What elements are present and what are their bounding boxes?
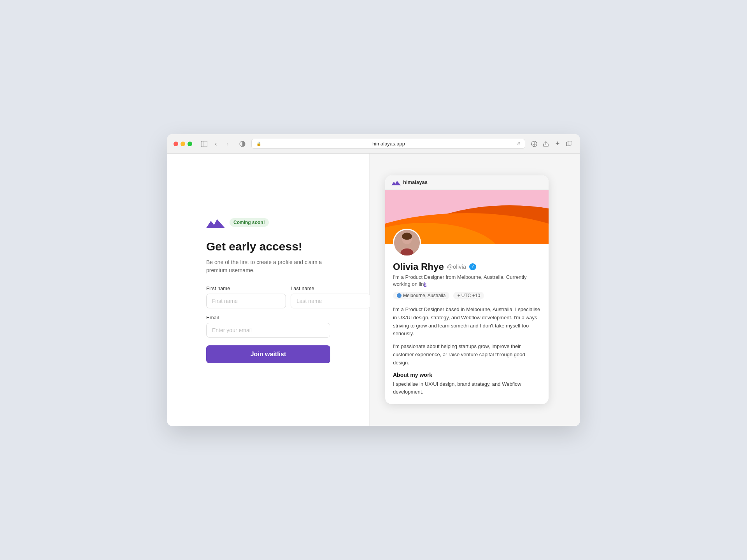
close-button[interactable] [174, 142, 178, 146]
himalayas-logo [206, 216, 225, 229]
profile-handle: @olivia [447, 263, 466, 270]
profile-name: Olivia Rhye [393, 261, 444, 272]
address-bar[interactable]: 🔒 himalayas.app ↺ [251, 139, 525, 149]
last-name-label: Last name [291, 285, 370, 291]
first-name-label: First name [206, 285, 286, 291]
profile-himalayas-icon [391, 179, 401, 186]
profile-avatar-area [385, 229, 549, 257]
url-text: himalayas.app [263, 141, 514, 147]
svg-rect-6 [568, 141, 572, 145]
profile-card: himalayas [385, 175, 549, 404]
profile-avatar [393, 229, 421, 257]
downloads-button[interactable] [530, 140, 538, 148]
first-name-group: First name [206, 285, 286, 308]
logo-area: Coming soon! [206, 216, 330, 229]
profile-app-name: himalayas [403, 179, 428, 185]
about-para-2: I'm passionate about helping startups gr… [393, 343, 541, 367]
first-name-input[interactable] [206, 294, 286, 308]
email-label: Email [206, 315, 330, 320]
last-name-input[interactable] [291, 294, 370, 308]
browser-nav-controls: ‹ › [200, 140, 232, 148]
browser-content: Coming soon! Get early access! Be one of… [167, 154, 580, 426]
profile-name-row: Olivia Rhye @olivia ✓ [393, 261, 541, 272]
email-group: Email [206, 315, 330, 338]
browser-window: ‹ › 🔒 himalayas.app ↺ [167, 134, 580, 426]
traffic-lights [174, 142, 192, 146]
svg-point-15 [401, 248, 414, 256]
back-button[interactable]: ‹ [212, 140, 220, 148]
about-work-text: I specialise in UX/UI design, brand stra… [393, 380, 541, 397]
tabs-overview-button[interactable] [565, 140, 573, 148]
verified-badge: ✓ [469, 263, 476, 270]
theme-toggle-button[interactable] [238, 140, 247, 148]
svg-rect-0 [201, 141, 207, 147]
sidebar-toggle-button[interactable] [200, 140, 209, 148]
profile-preview-panel: himalayas [370, 154, 580, 426]
email-input[interactable] [206, 323, 330, 338]
lock-icon: 🔒 [256, 142, 261, 146]
about-work-heading: About my work [393, 372, 541, 378]
last-name-group: Last name [291, 285, 370, 308]
join-waitlist-button[interactable]: Join waitlist [206, 345, 330, 363]
location-tag: Melbourne, Australia [393, 292, 449, 299]
location-text: Melbourne, Australia [403, 293, 445, 298]
timezone-tag: + UTC +10 [453, 292, 484, 299]
browser-toolbar: ‹ › 🔒 himalayas.app ↺ [167, 134, 580, 154]
timezone-text: + UTC +10 [457, 293, 480, 298]
refresh-icon[interactable]: ↺ [516, 141, 520, 147]
profile-info: Olivia Rhye @olivia ✓ I'm a Product Desi… [385, 257, 549, 404]
new-tab-button[interactable]: + [553, 140, 562, 148]
profile-card-logo: himalayas [391, 179, 428, 186]
forward-button[interactable]: › [223, 140, 232, 148]
form-subtext: Be one of the first to create a profile … [206, 258, 330, 275]
profile-card-header: himalayas [385, 175, 549, 190]
maximize-button[interactable] [188, 142, 192, 146]
profile-meta: Melbourne, Australia + UTC +10 [393, 292, 541, 299]
minimize-button[interactable] [181, 142, 185, 146]
share-button[interactable] [542, 140, 550, 148]
name-fields-row: First name Last name [206, 285, 330, 308]
profile-bio-short: I'm a Product Designer from Melbourne, A… [393, 274, 541, 288]
coming-soon-badge: Coming soon! [230, 218, 269, 227]
browser-right-controls: + [530, 140, 573, 148]
form-headline: Get early access! [206, 240, 330, 254]
waitlist-panel: Coming soon! Get early access! Be one of… [167, 154, 370, 426]
about-para-1: I'm a Product Designer based in Melbourn… [393, 306, 541, 338]
svg-point-13 [402, 233, 412, 240]
